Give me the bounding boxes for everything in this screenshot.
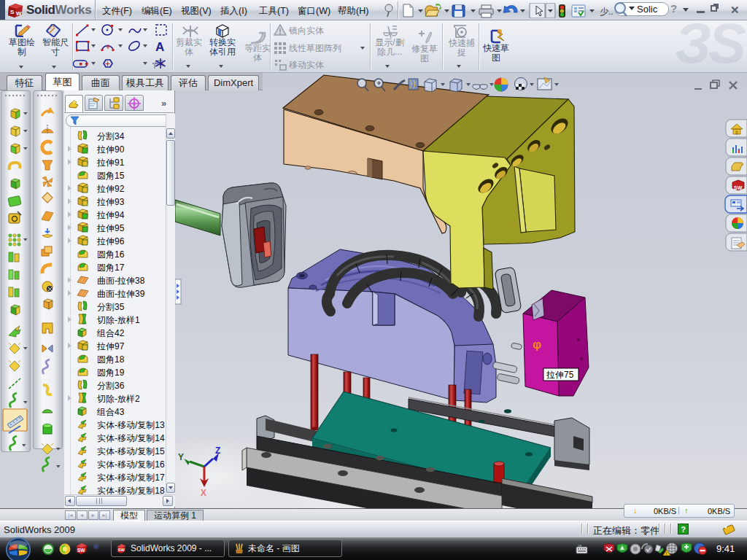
svg-text:Y: Y (178, 452, 184, 462)
svg-text:Z: Z (215, 446, 220, 456)
svg-text:X: X (201, 488, 206, 498)
svg-text:φ: φ (533, 338, 541, 351)
svg-text:W: W (16, 10, 22, 17)
svg-text:SW: SW (118, 548, 125, 552)
svg-text:SW: SW (734, 185, 743, 190)
svg-text:!: ! (666, 551, 667, 556)
svg-text:A: A (155, 40, 164, 54)
svg-text:SW: SW (77, 548, 85, 553)
svg-text:S: S (10, 9, 15, 15)
svg-text:CH: CH (578, 545, 582, 548)
svg-text:拉伸75: 拉伸75 (546, 370, 574, 380)
